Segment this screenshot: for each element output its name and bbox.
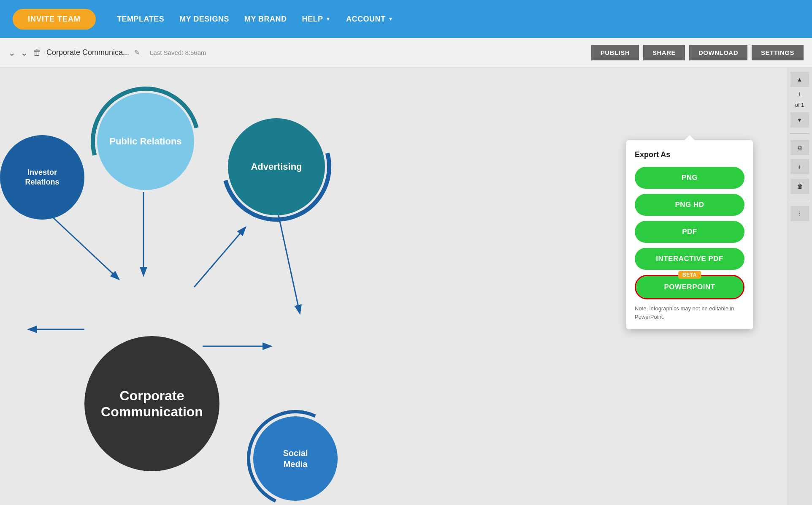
nav-account[interactable]: ACCOUNT ▼ xyxy=(346,15,393,24)
circle-public-relations: Public Relations xyxy=(97,93,194,190)
export-note: Note, infographics may not be editable i… xyxy=(635,304,744,321)
sm-text: SocialMedia xyxy=(283,448,308,470)
settings-button[interactable]: SETTINGS xyxy=(752,45,804,60)
corporate-text: CorporateCommunication xyxy=(101,388,203,420)
nav-my-designs[interactable]: MY DESIGNS xyxy=(179,15,229,24)
export-dropdown: Export As PNG PNG HD PDF INTERACTIVE PDF… xyxy=(626,140,753,329)
circle-advertising: Advertising xyxy=(228,118,325,215)
sidebar-copy-button[interactable]: ⧉ xyxy=(790,140,809,155)
svg-line-5 xyxy=(279,215,300,312)
export-png-hd-button[interactable]: PNG HD xyxy=(635,194,744,216)
toolbar: ⌄ ⌄ 🗑 Corporate Communica... ✎ Last Save… xyxy=(0,38,812,68)
right-sidebar: ▲ 1 of 1 ▼ ⧉ + 🗑 ⋮ xyxy=(787,68,812,505)
toolbar-right: PUBLISH SHARE DOWNLOAD SETTINGS xyxy=(591,45,804,60)
nav-templates[interactable]: TEMPLATES xyxy=(117,15,164,24)
download-button[interactable]: DOWNLOAD xyxy=(689,45,747,60)
sidebar-more-button[interactable]: ⋮ xyxy=(790,206,809,221)
main-area: InvestorRelations Public Relations Adver… xyxy=(0,68,812,505)
sidebar-down-button[interactable]: ▼ xyxy=(790,112,809,128)
share-button[interactable]: SHARE xyxy=(643,45,685,60)
export-title: Export As xyxy=(635,150,744,159)
export-png-button[interactable]: PNG xyxy=(635,167,744,189)
top-navigation: INVITE TEAM TEMPLATES MY DESIGNS MY BRAN… xyxy=(0,0,812,38)
ir-text: InvestorRelations xyxy=(25,168,59,187)
export-interactive-pdf-button[interactable]: INTERACTIVE PDF xyxy=(635,248,744,270)
toolbar-left: ⌄ ⌄ 🗑 Corporate Communica... ✎ Last Save… xyxy=(8,48,591,58)
pr-text: Public Relations xyxy=(109,136,181,148)
delete-button[interactable]: 🗑 xyxy=(33,48,41,57)
export-powerpoint-button[interactable]: POWERPOINT xyxy=(636,276,743,298)
circle-corporate-communication: CorporateCommunication xyxy=(84,336,219,471)
sidebar-divider-2 xyxy=(790,200,809,200)
sidebar-divider-1 xyxy=(790,133,809,134)
last-saved-text: Last Saved: 8:56am xyxy=(150,49,206,56)
nav-links: TEMPLATES MY DESIGNS MY BRAND HELP ▼ ACC… xyxy=(117,15,393,24)
sidebar-add-button[interactable]: + xyxy=(790,159,809,174)
publish-button[interactable]: PUBLISH xyxy=(591,45,639,60)
document-title: Corporate Communica... xyxy=(46,48,129,57)
sidebar-delete-button[interactable]: 🗑 xyxy=(790,179,809,194)
nav-help[interactable]: HELP ▼ xyxy=(302,15,331,24)
collapse-up-button[interactable]: ⌄ xyxy=(8,48,16,58)
export-pdf-button[interactable]: PDF xyxy=(635,221,744,243)
edit-title-icon[interactable]: ✎ xyxy=(134,49,140,57)
export-powerpoint-container: BETA POWERPOINT xyxy=(635,275,744,299)
nav-my-brand[interactable]: MY BRAND xyxy=(244,15,287,24)
help-dropdown-icon: ▼ xyxy=(326,16,331,22)
svg-line-3 xyxy=(194,228,245,287)
svg-line-1 xyxy=(51,215,118,279)
invite-team-button[interactable]: INVITE TEAM xyxy=(13,9,96,30)
account-dropdown-icon: ▼ xyxy=(388,16,393,22)
collapse-down-button[interactable]: ⌄ xyxy=(21,48,28,58)
page-current: 1 xyxy=(798,91,801,98)
beta-badge: BETA xyxy=(678,271,701,279)
circle-investor-relations: InvestorRelations xyxy=(0,135,84,220)
circle-social-media: SocialMedia xyxy=(253,416,338,501)
canvas[interactable]: InvestorRelations Public Relations Adver… xyxy=(0,68,787,505)
sidebar-up-button[interactable]: ▲ xyxy=(790,72,809,87)
adv-text: Advertising xyxy=(251,161,302,172)
page-total: of 1 xyxy=(795,102,804,108)
